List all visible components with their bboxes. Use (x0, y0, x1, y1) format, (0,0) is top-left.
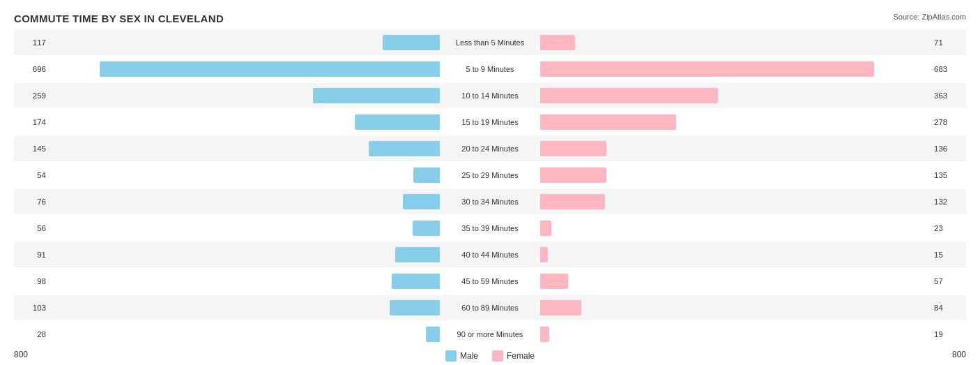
table-row: 117 Less than 5 Minutes 71 (14, 30, 966, 55)
table-row: 696 5 to 9 Minutes 683 (14, 57, 966, 82)
bar-left-container (49, 141, 441, 156)
female-bar (540, 114, 676, 130)
bars-wrapper: 90 or more Minutes (49, 322, 931, 347)
legend-female-box (492, 350, 503, 362)
legend-male-box (445, 350, 457, 362)
bars-wrapper: Less than 5 Minutes (49, 30, 931, 55)
male-bar (383, 35, 440, 50)
female-bar (540, 221, 551, 236)
female-bar (540, 141, 606, 156)
female-value: 278 (931, 118, 966, 126)
chart-container: COMMUTE TIME BY SEX IN CLEVELAND Source:… (0, 0, 980, 365)
row-label: Less than 5 Minutes (441, 38, 539, 47)
bar-left-container (49, 88, 441, 103)
male-value: 103 (14, 304, 49, 312)
bar-right-container (539, 114, 931, 130)
chart-area: 117 Less than 5 Minutes 71 696 5 to 9 Mi… (14, 30, 966, 306)
male-bar (403, 194, 440, 209)
axis-left-label: 800 (14, 350, 28, 359)
bar-right-container (539, 327, 931, 342)
male-value: 696 (14, 65, 49, 73)
bar-right-container (539, 300, 931, 315)
female-bar (540, 274, 568, 289)
bars-wrapper: 45 to 59 Minutes (49, 269, 931, 294)
row-label: 30 to 34 Minutes (441, 198, 539, 206)
table-row: 28 90 or more Minutes 19 (14, 322, 966, 347)
table-row: 54 25 to 29 Minutes 135 (14, 163, 966, 188)
male-value: 54 (14, 171, 49, 179)
male-value: 28 (14, 330, 49, 338)
female-value: 57 (931, 277, 966, 285)
female-bar (540, 247, 548, 262)
male-bar (100, 61, 440, 77)
bars-wrapper: 35 to 39 Minutes (49, 216, 931, 241)
chart-title: COMMUTE TIME BY SEX IN CLEVELAND (14, 13, 966, 24)
legend-male: Male (445, 350, 478, 362)
row-label: 25 to 29 Minutes (441, 171, 539, 179)
legend-female-label: Female (507, 351, 535, 361)
bar-left-container (49, 221, 441, 236)
bars-wrapper: 60 to 89 Minutes (49, 295, 931, 320)
male-value: 56 (14, 224, 49, 232)
bar-left-container (49, 274, 441, 289)
bottom-area: 800 Male Female 800 (14, 348, 966, 362)
bar-right-container (539, 88, 931, 103)
row-label: 60 to 89 Minutes (441, 304, 539, 312)
bars-wrapper: 40 to 44 Minutes (49, 242, 931, 267)
bar-left-container (49, 327, 441, 342)
bar-right-container (539, 141, 931, 156)
table-row: 91 40 to 44 Minutes 15 (14, 242, 966, 267)
male-bar (369, 141, 440, 156)
bar-right-container (539, 247, 931, 262)
bar-right-container (539, 274, 931, 289)
male-value: 145 (14, 144, 49, 153)
legend: Male Female (445, 350, 535, 362)
row-label: 90 or more Minutes (441, 330, 539, 338)
female-value: 132 (931, 198, 966, 206)
male-bar (413, 221, 440, 236)
source-label: Source: ZipAtlas.com (893, 13, 966, 21)
legend-male-label: Male (460, 351, 478, 361)
bars-wrapper: 25 to 29 Minutes (49, 163, 931, 188)
female-value: 363 (931, 91, 966, 100)
row-label: 15 to 19 Minutes (441, 118, 539, 126)
female-value: 84 (931, 304, 966, 312)
female-value: 23 (931, 224, 966, 232)
female-value: 19 (931, 330, 966, 338)
bars-wrapper: 10 to 14 Minutes (49, 83, 931, 108)
row-label: 10 to 14 Minutes (441, 91, 539, 100)
female-bar (540, 35, 575, 50)
table-row: 145 20 to 24 Minutes 136 (14, 136, 966, 161)
legend-female: Female (492, 350, 535, 362)
male-value: 98 (14, 277, 49, 285)
male-value: 174 (14, 118, 49, 126)
bar-right-container (539, 167, 931, 183)
male-bar (355, 114, 440, 130)
male-bar (426, 327, 440, 342)
bar-left-container (49, 61, 441, 77)
male-value: 259 (14, 91, 49, 100)
female-value: 15 (931, 251, 966, 259)
female-bar (540, 327, 549, 342)
female-bar (540, 167, 606, 183)
female-bar (540, 61, 874, 77)
bar-left-container (49, 247, 441, 262)
female-value: 71 (931, 38, 966, 47)
bar-right-container (539, 221, 931, 236)
row-label: 35 to 39 Minutes (441, 224, 539, 232)
table-row: 259 10 to 14 Minutes 363 (14, 83, 966, 108)
male-bar (413, 167, 440, 183)
male-bar (395, 247, 440, 262)
table-row: 103 60 to 89 Minutes 84 (14, 295, 966, 320)
female-bar (540, 194, 605, 209)
table-row: 174 15 to 19 Minutes 278 (14, 110, 966, 135)
bar-left-container (49, 300, 441, 315)
male-value: 117 (14, 38, 49, 47)
male-bar (390, 300, 440, 315)
bars-wrapper: 15 to 19 Minutes (49, 110, 931, 135)
male-bar (313, 88, 440, 103)
male-value: 76 (14, 198, 49, 206)
table-row: 98 45 to 59 Minutes 57 (14, 269, 966, 294)
bar-left-container (49, 114, 441, 130)
bar-right-container (539, 194, 931, 209)
